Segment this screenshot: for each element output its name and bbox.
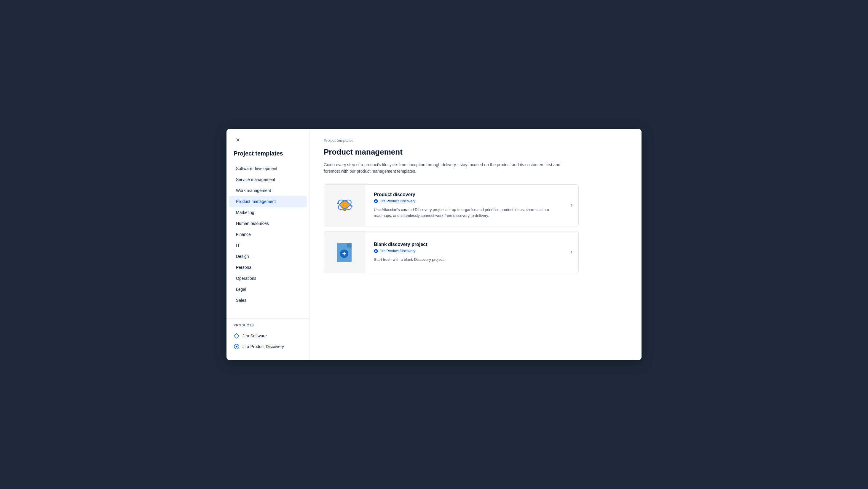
jira-discovery-label: Jira Product Discovery — [243, 344, 284, 349]
modal-container: ✕ Project templates Software development… — [226, 129, 642, 360]
card-description-blank: Start fresh with a blank Discovery proje… — [374, 257, 556, 263]
sidebar-title: Project templates — [234, 150, 283, 157]
template-card-product-discovery[interactable]: Product discovery Jira Product Discovery… — [324, 184, 579, 226]
jpd-badge-icon — [374, 199, 378, 203]
template-card-blank-discovery[interactable]: Blank discovery project Jira Product Dis… — [324, 231, 579, 273]
sidebar-item-operations[interactable]: Operations — [229, 273, 307, 284]
jira-software-label: Jira Software — [243, 334, 267, 338]
card-product-label-blank: Jira Product Discovery — [380, 249, 415, 253]
product-item-jira-discovery[interactable]: Jira Product Discovery — [234, 341, 302, 352]
svg-point-18 — [375, 250, 377, 252]
jira-discovery-icon — [234, 344, 240, 349]
sidebar-header: ✕ — [226, 135, 309, 150]
svg-point-8 — [337, 202, 339, 204]
main-content: Project templates Product management Gui… — [309, 129, 642, 360]
sidebar-item-human-resources[interactable]: Human resources — [229, 218, 307, 229]
sidebar: ✕ Project templates Software development… — [226, 129, 309, 360]
products-section-label: PRODUCTS — [234, 323, 302, 327]
svg-point-7 — [343, 203, 346, 206]
card-content-discovery: Product discovery Jira Product Discovery… — [366, 185, 565, 226]
sidebar-products: PRODUCTS Jira Software Jira Product Disc… — [226, 318, 309, 354]
discovery-template-icon — [333, 194, 356, 217]
card-arrow-blank: › — [565, 249, 578, 255]
sidebar-item-service-management[interactable]: Service management — [229, 174, 307, 185]
card-content-blank: Blank discovery project Jira Product Dis… — [366, 235, 565, 270]
svg-point-1 — [236, 346, 238, 347]
svg-rect-16 — [344, 252, 344, 256]
close-button[interactable]: ✕ — [234, 136, 242, 144]
sidebar-item-it[interactable]: IT — [229, 240, 307, 251]
card-icon-blank — [324, 231, 366, 273]
svg-point-9 — [351, 205, 352, 207]
card-product-label-discovery: Jira Product Discovery — [380, 199, 415, 203]
sidebar-item-product-management[interactable]: Product management — [229, 196, 307, 207]
sidebar-nav: Software development Service management … — [226, 163, 309, 316]
card-product-discovery: Jira Product Discovery — [374, 199, 556, 203]
blank-discovery-icon — [335, 241, 354, 264]
product-item-jira-software[interactable]: Jira Software — [234, 330, 302, 341]
page-title: Product management — [324, 147, 627, 157]
sidebar-item-software-development[interactable]: Software development — [229, 163, 307, 174]
svg-rect-13 — [347, 243, 351, 248]
card-title-blank: Blank discovery project — [374, 242, 556, 247]
sidebar-item-legal[interactable]: Legal — [229, 284, 307, 295]
card-product-blank: Jira Product Discovery — [374, 249, 556, 253]
sidebar-item-sales[interactable]: Sales — [229, 295, 307, 306]
card-arrow-discovery: › — [565, 202, 578, 208]
sidebar-item-design[interactable]: Design — [229, 251, 307, 262]
card-title-discovery: Product discovery — [374, 192, 556, 197]
breadcrumb: Project templates — [324, 138, 627, 143]
svg-rect-4 — [343, 210, 346, 211]
card-description-discovery: Use Atlassian's curated Discovery projec… — [374, 207, 556, 219]
page-description: Guide every step of a product's lifecycl… — [324, 162, 576, 175]
jpd-badge-icon-blank — [374, 249, 378, 253]
sidebar-item-personal[interactable]: Personal — [229, 262, 307, 273]
card-icon-discovery — [324, 184, 366, 226]
sidebar-item-finance[interactable]: Finance — [229, 229, 307, 240]
sidebar-item-marketing[interactable]: Marketing — [229, 207, 307, 218]
sidebar-item-work-management[interactable]: Work management — [229, 185, 307, 196]
jira-software-icon — [234, 333, 240, 339]
svg-point-11 — [375, 200, 377, 202]
